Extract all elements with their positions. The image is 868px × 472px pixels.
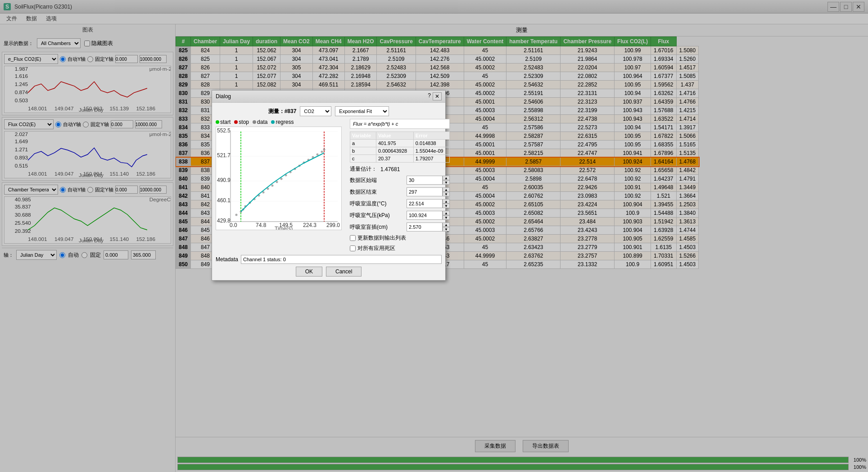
dialog-content: 测量：#837 CO2 CH4 H2O Exponential Fit Line… — [212, 103, 445, 280]
param-input-group-0: ▲ ▼ — [407, 176, 450, 185]
flux-estimate-value: 1.47681 — [380, 166, 400, 172]
dialog-close-button[interactable]: ✕ — [433, 92, 442, 100]
spinner-4: ▲ ▼ — [443, 222, 450, 231]
svg-point-69 — [316, 154, 319, 156]
param-label-2: 呼吸室温度(°C) — [350, 200, 404, 208]
checkbox-row-2: 对所有应用死区 — [350, 245, 450, 252]
var-cell: 0.014838 — [413, 140, 449, 147]
spinner-2: ▲ ▼ — [443, 199, 450, 208]
var-cell: 1.55044e-09 — [413, 147, 449, 155]
spin-down-3[interactable]: ▼ — [443, 215, 450, 220]
var-cell: c — [350, 155, 376, 163]
spin-down-2[interactable]: ▼ — [443, 204, 450, 208]
dialog-titlebar: Dialog ? ✕ — [212, 91, 445, 103]
spin-up-1[interactable]: ▲ — [443, 187, 450, 192]
dialog-buttons: OK Cancel — [216, 267, 442, 277]
cancel-button[interactable]: Cancel — [326, 267, 362, 277]
flux-row: 通量估计： 1.47681 — [350, 165, 450, 173]
spinner-1: ▲ ▼ — [443, 187, 450, 196]
param-label-4: 呼吸室盲插(cm) — [350, 223, 404, 231]
equation-box: Flux = a*exp(b*t) + c — [350, 119, 450, 129]
checkbox-row-1: 更新数据到输出列表 — [350, 234, 450, 242]
var-col-value: Value — [376, 132, 413, 140]
flux-estimate-label: 通量估计： — [350, 165, 377, 173]
svg-text:490.9: 490.9 — [217, 177, 231, 183]
svg-text:429.8: 429.8 — [217, 218, 231, 224]
variables-table: Variable Value Error a401.9750.014838b0.… — [350, 132, 450, 163]
svg-point-59 — [271, 185, 274, 187]
param-row-3: 呼吸室气压(kPa) ▲ ▼ — [350, 211, 450, 220]
update-list-checkbox[interactable] — [350, 235, 356, 241]
spin-up-4[interactable]: ▲ — [443, 222, 450, 227]
dialog-meas-label: 测量：#837 — [268, 108, 297, 115]
apply-all-checkbox[interactable] — [350, 245, 356, 251]
dialog-overlay: Dialog ? ✕ 测量：#837 CO2 CH4 H2O Exponenti… — [0, 0, 868, 472]
svg-point-70 — [321, 151, 323, 153]
var-col-variable: Variable — [350, 132, 376, 140]
dialog: Dialog ? ✕ 测量：#837 CO2 CH4 H2O Exponenti… — [212, 90, 446, 281]
spin-up-2[interactable]: ▲ — [443, 199, 450, 204]
svg-text:552.5: 552.5 — [217, 127, 231, 134]
dialog-chart-area: 552.5 521.7 490.9 460.1 429.8 — [216, 127, 342, 230]
var-cell: 0.000643928 — [376, 147, 413, 155]
legend-data: data — [253, 119, 267, 125]
param-row-1: 数据区结束 ▲ ▼ — [350, 187, 450, 196]
dialog-title-controls: ? ✕ — [428, 92, 442, 100]
svg-text:Time(s): Time(s) — [275, 226, 293, 230]
svg-text:0.0: 0.0 — [230, 222, 237, 228]
param-input-group-1: ▲ ▼ — [407, 187, 450, 196]
spin-down-1[interactable]: ▼ — [443, 192, 450, 196]
var-cell: 20.37 — [376, 155, 413, 163]
svg-text:299.0: 299.0 — [326, 222, 340, 228]
param-input-1[interactable] — [407, 187, 443, 196]
param-input-group-3: ▲ ▼ — [407, 211, 450, 220]
spinner-3: ▲ ▼ — [443, 211, 450, 220]
param-row-2: 呼吸室温度(°C) ▲ ▼ — [350, 199, 450, 208]
param-input-group-2: ▲ ▼ — [407, 199, 450, 208]
svg-text:74.8: 74.8 — [256, 222, 267, 228]
var-table-body: a401.9750.014838b0.0006439281.55044e-09c… — [350, 140, 450, 163]
param-input-0[interactable] — [407, 176, 443, 185]
metadata-input[interactable] — [241, 255, 442, 264]
svg-text:521.7: 521.7 — [217, 152, 231, 159]
ok-button[interactable]: OK — [296, 267, 322, 277]
param-row-0: 数据区始端 ▲ ▼ — [350, 176, 450, 185]
legend-stop: stop — [234, 119, 249, 125]
var-cell: a — [350, 140, 376, 147]
spin-down-4[interactable]: ▼ — [443, 227, 450, 231]
var-table-row: b0.0006439281.55044e-09 — [350, 147, 450, 155]
svg-text:224.3: 224.3 — [303, 222, 316, 228]
var-cell: 401.975 — [376, 140, 413, 147]
spinner-0: ▲ ▼ — [443, 176, 450, 185]
var-table-row: c20.371.79207 — [350, 155, 450, 163]
var-cell: b — [350, 147, 376, 155]
legend-regress: regress — [271, 119, 294, 125]
svg-point-71 — [323, 149, 326, 151]
param-label-0: 数据区始端 — [350, 177, 404, 184]
dialog-title: Dialog — [216, 93, 231, 100]
param-label-1: 数据区结束 — [350, 188, 404, 196]
fit-select[interactable]: Exponential Fit Linear Fit Quadratic Fit — [335, 106, 389, 116]
update-list-label: 更新数据到输出列表 — [357, 234, 406, 242]
var-cell: 1.79207 — [413, 155, 449, 163]
param-input-3[interactable] — [407, 211, 443, 220]
dialog-params: Flux = a*exp(b*t) + c Variable Value Err… — [350, 119, 450, 252]
var-col-error: Error — [413, 132, 449, 140]
spin-up-0[interactable]: ▲ — [443, 176, 450, 180]
spin-up-3[interactable]: ▲ — [443, 211, 450, 215]
apply-all-label: 对所有应用死区 — [357, 245, 395, 252]
metadata-label: Metadata — [216, 256, 238, 263]
svg-point-50 — [235, 214, 238, 216]
dialog-top: 测量：#837 CO2 CH4 H2O Exponential Fit Line… — [216, 106, 442, 116]
dialog-chart: start stop data regress — [216, 119, 346, 252]
gas-select[interactable]: CO2 CH4 H2O — [300, 106, 331, 116]
chart-and-params: start stop data regress — [216, 119, 442, 252]
param-row-4: 呼吸室盲插(cm) ▲ ▼ — [350, 222, 450, 231]
spin-down-0[interactable]: ▼ — [443, 180, 450, 185]
param-input-2[interactable] — [407, 199, 443, 208]
dialog-help-icon[interactable]: ? — [428, 92, 431, 100]
var-table-row: a401.9750.014838 — [350, 140, 450, 147]
legend-start: start — [216, 119, 231, 125]
dialog-metadata: Metadata — [216, 255, 442, 264]
param-input-4[interactable] — [407, 222, 443, 231]
